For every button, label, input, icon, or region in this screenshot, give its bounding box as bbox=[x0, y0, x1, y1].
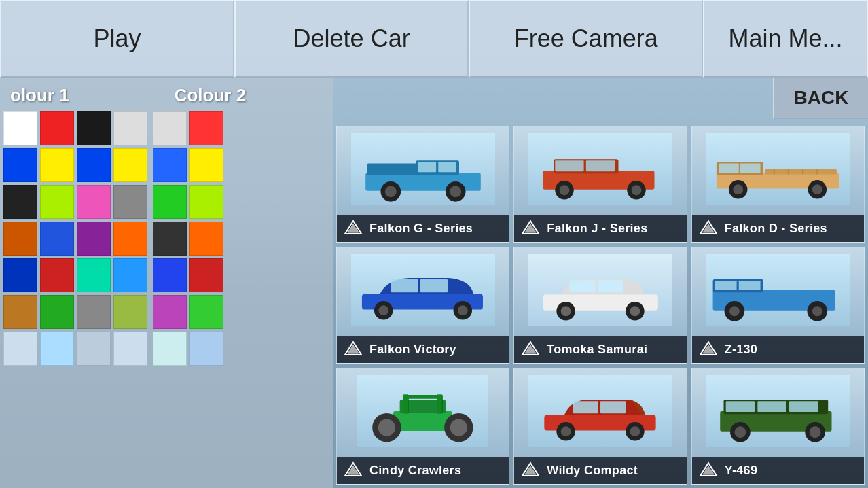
swatch[interactable] bbox=[189, 148, 223, 182]
swatch[interactable] bbox=[77, 258, 111, 292]
back-button[interactable]: BACK bbox=[773, 78, 868, 119]
swatch[interactable] bbox=[40, 332, 74, 366]
car-name-falkon-victory: Falkon Victory bbox=[369, 343, 456, 357]
svg-point-99 bbox=[735, 426, 746, 438]
car-cell-cindy-crawlers[interactable]: Cindy Crawlers bbox=[336, 368, 509, 485]
svg-point-46 bbox=[458, 305, 468, 315]
svg-marker-81 bbox=[348, 466, 359, 474]
swatch[interactable] bbox=[113, 332, 147, 366]
svg-rect-15 bbox=[555, 160, 583, 171]
swatch[interactable] bbox=[3, 222, 37, 256]
colour2-swatches bbox=[153, 111, 223, 366]
car-cell-falkon-d[interactable]: Falkon D - Series bbox=[691, 126, 865, 243]
car-cell-falkon-g[interactable]: Falkon G - Series bbox=[336, 126, 509, 243]
swatch[interactable] bbox=[189, 222, 223, 256]
svg-point-44 bbox=[378, 305, 388, 315]
car-cell-z130[interactable]: Z-130 bbox=[691, 247, 865, 364]
swatch[interactable] bbox=[77, 185, 111, 219]
svg-rect-28 bbox=[765, 169, 837, 174]
swatch[interactable] bbox=[77, 295, 111, 329]
car-name-z130: Z-130 bbox=[725, 343, 758, 357]
car-cell-falkon-j[interactable]: Falkon J - Series bbox=[513, 126, 687, 243]
car-z130-image bbox=[706, 254, 850, 326]
svg-point-87 bbox=[561, 426, 571, 436]
swatch[interactable] bbox=[40, 111, 74, 145]
car-cell-y469[interactable]: Y-469 bbox=[691, 368, 865, 485]
swatch[interactable] bbox=[153, 332, 187, 366]
svg-point-56 bbox=[630, 306, 640, 316]
swatch[interactable] bbox=[189, 111, 223, 145]
car-label-bar: Falkon Victory bbox=[337, 336, 509, 363]
car-cell-tomoka-samurai[interactable]: Tomoka Samurai bbox=[513, 247, 687, 364]
swatch[interactable] bbox=[113, 185, 147, 219]
svg-marker-58 bbox=[525, 345, 536, 353]
car-name-falkon-g: Falkon G - Series bbox=[369, 222, 473, 236]
swatch[interactable] bbox=[189, 332, 223, 366]
car-logo-icon bbox=[521, 461, 540, 480]
svg-rect-85 bbox=[600, 401, 626, 413]
car-logo-icon bbox=[344, 340, 363, 359]
colour-labels: olour 1 Colour 2 bbox=[0, 85, 333, 106]
car-logo-icon bbox=[699, 461, 718, 480]
car-name-y469: Y-469 bbox=[725, 464, 758, 478]
play-button[interactable]: Play bbox=[0, 0, 234, 78]
swatch[interactable] bbox=[113, 222, 147, 256]
car-label-bar: Wildy Compact bbox=[514, 457, 686, 484]
swatch[interactable] bbox=[77, 222, 111, 256]
swatch[interactable] bbox=[77, 111, 111, 145]
swatch[interactable] bbox=[153, 222, 187, 256]
main-menu-button[interactable]: Main Me... bbox=[703, 0, 868, 78]
car-logo-icon bbox=[699, 340, 718, 359]
swatch[interactable] bbox=[153, 258, 187, 292]
car-falkon-victory-image bbox=[351, 254, 495, 326]
svg-marker-48 bbox=[348, 345, 359, 353]
svg-point-77 bbox=[378, 419, 395, 436]
swatch[interactable] bbox=[153, 111, 187, 145]
svg-point-9 bbox=[450, 186, 461, 197]
swatch[interactable] bbox=[153, 148, 187, 182]
swatch[interactable] bbox=[189, 295, 223, 329]
car-label-bar: Falkon J - Series bbox=[514, 215, 686, 242]
swatch[interactable] bbox=[113, 295, 147, 329]
swatch[interactable] bbox=[3, 185, 37, 219]
free-camera-button[interactable]: Free Camera bbox=[469, 0, 703, 78]
swatch[interactable] bbox=[3, 332, 37, 366]
svg-point-101 bbox=[810, 426, 821, 438]
swatch[interactable] bbox=[113, 111, 147, 145]
svg-marker-103 bbox=[703, 466, 714, 474]
swatch[interactable] bbox=[40, 258, 74, 292]
swatch[interactable] bbox=[77, 148, 111, 182]
swatch[interactable] bbox=[3, 148, 37, 182]
swatch[interactable] bbox=[3, 258, 37, 292]
car-falkon-g-image bbox=[351, 133, 495, 205]
svg-point-20 bbox=[632, 185, 642, 195]
delete-car-button[interactable]: Delete Car bbox=[234, 0, 469, 78]
car-grid: Falkon G - Series bbox=[336, 82, 865, 485]
swatch[interactable] bbox=[3, 295, 37, 329]
svg-point-18 bbox=[560, 185, 570, 195]
swatch[interactable] bbox=[40, 148, 74, 182]
swatch[interactable] bbox=[113, 258, 147, 292]
car-falkon-j-image bbox=[528, 133, 672, 205]
svg-rect-16 bbox=[586, 160, 615, 171]
car-label-bar: Z-130 bbox=[692, 336, 864, 363]
svg-point-7 bbox=[384, 186, 396, 197]
swatch[interactable] bbox=[40, 295, 74, 329]
car-label-bar: Falkon G - Series bbox=[337, 215, 509, 242]
car-label-bar: Cindy Crawlers bbox=[337, 457, 509, 484]
swatch[interactable] bbox=[40, 185, 74, 219]
swatch[interactable] bbox=[189, 185, 223, 219]
svg-point-34 bbox=[734, 184, 744, 194]
svg-point-54 bbox=[561, 306, 571, 316]
swatch[interactable] bbox=[40, 222, 74, 256]
swatch[interactable] bbox=[153, 295, 187, 329]
car-cell-wildy-compact[interactable]: Wildy Compact bbox=[513, 368, 687, 485]
swatch[interactable] bbox=[3, 111, 37, 145]
svg-rect-62 bbox=[715, 281, 737, 290]
svg-rect-71 bbox=[393, 411, 452, 431]
swatch[interactable] bbox=[189, 258, 223, 292]
swatch[interactable] bbox=[153, 185, 187, 219]
swatch[interactable] bbox=[113, 148, 147, 182]
car-cell-falkon-victory[interactable]: Falkon Victory bbox=[336, 247, 509, 364]
swatch[interactable] bbox=[77, 332, 111, 366]
